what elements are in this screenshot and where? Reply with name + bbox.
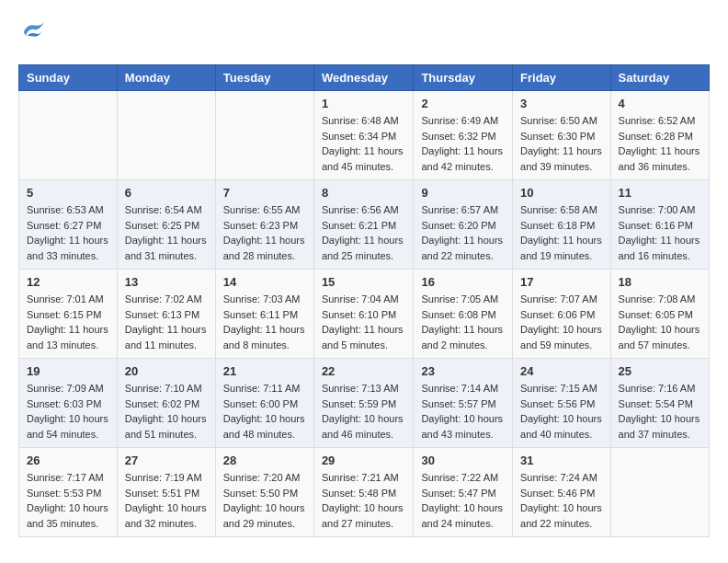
day-info: Sunrise: 7:08 AMSunset: 6:05 PMDaylight:…: [619, 292, 701, 352]
calendar-cell: 5Sunrise: 6:53 AMSunset: 6:27 PMDaylight…: [19, 180, 118, 270]
day-info: Sunrise: 6:54 AMSunset: 6:25 PMDaylight:…: [125, 202, 208, 263]
day-info: Sunrise: 7:24 AMSunset: 5:46 PMDaylight:…: [520, 470, 603, 531]
calendar-cell: 28Sunrise: 7:20 AMSunset: 5:50 PMDayligh…: [215, 448, 313, 537]
day-number: 7: [223, 186, 306, 200]
calendar-cell: 29Sunrise: 7:21 AMSunset: 5:48 PMDayligh…: [313, 448, 414, 537]
calendar-cell: [19, 91, 118, 180]
day-number: 4: [619, 97, 701, 110]
day-info: Sunrise: 7:14 AMSunset: 5:57 PMDaylight:…: [421, 381, 505, 442]
day-info: Sunrise: 7:03 AMSunset: 6:11 PMDaylight:…: [223, 292, 306, 352]
calendar-cell: 7Sunrise: 6:55 AMSunset: 6:23 PMDaylight…: [215, 180, 313, 270]
logo: [18, 18, 51, 50]
calendar-cell: 9Sunrise: 6:57 AMSunset: 6:20 PMDaylight…: [414, 180, 513, 270]
day-number: 18: [619, 275, 701, 289]
calendar-cell: 26Sunrise: 7:17 AMSunset: 5:53 PMDayligh…: [19, 448, 118, 537]
weekday-header-friday: Friday: [513, 65, 611, 91]
day-number: 19: [27, 364, 109, 378]
calendar-week-row: 12Sunrise: 7:01 AMSunset: 6:15 PMDayligh…: [19, 270, 710, 359]
day-number: 12: [27, 275, 109, 289]
calendar-cell: 17Sunrise: 7:07 AMSunset: 6:06 PMDayligh…: [513, 270, 611, 359]
day-info: Sunrise: 7:00 AMSunset: 6:16 PMDaylight:…: [619, 202, 701, 263]
day-number: 11: [619, 186, 701, 200]
day-info: Sunrise: 6:48 AMSunset: 6:34 PMDaylight:…: [322, 113, 406, 174]
day-info: Sunrise: 6:56 AMSunset: 6:21 PMDaylight:…: [322, 202, 406, 263]
calendar-week-row: 26Sunrise: 7:17 AMSunset: 5:53 PMDayligh…: [19, 448, 710, 537]
weekday-header-sunday: Sunday: [19, 65, 118, 91]
calendar-cell: 3Sunrise: 6:50 AMSunset: 6:30 PMDaylight…: [513, 91, 611, 180]
calendar-cell: 4Sunrise: 6:52 AMSunset: 6:28 PMDaylight…: [610, 91, 709, 180]
day-info: Sunrise: 6:52 AMSunset: 6:28 PMDaylight:…: [619, 113, 701, 174]
day-number: 6: [125, 186, 208, 200]
day-info: Sunrise: 7:09 AMSunset: 6:03 PMDaylight:…: [27, 381, 109, 442]
day-number: 14: [223, 275, 306, 289]
calendar-week-row: 5Sunrise: 6:53 AMSunset: 6:27 PMDaylight…: [19, 180, 710, 270]
day-number: 26: [27, 454, 109, 467]
calendar-cell: [215, 91, 313, 180]
calendar-cell: [117, 91, 215, 180]
calendar-cell: 14Sunrise: 7:03 AMSunset: 6:11 PMDayligh…: [215, 270, 313, 359]
day-info: Sunrise: 7:17 AMSunset: 5:53 PMDaylight:…: [27, 470, 109, 531]
day-number: 30: [421, 454, 505, 467]
day-number: 23: [421, 364, 505, 378]
weekday-header-saturday: Saturday: [610, 65, 709, 91]
day-number: 20: [125, 364, 208, 378]
day-info: Sunrise: 6:53 AMSunset: 6:27 PMDaylight:…: [27, 202, 109, 263]
day-number: 27: [125, 454, 208, 467]
weekday-header-monday: Monday: [117, 65, 215, 91]
day-number: 28: [223, 454, 306, 467]
day-info: Sunrise: 7:02 AMSunset: 6:13 PMDaylight:…: [125, 292, 208, 352]
calendar-cell: 12Sunrise: 7:01 AMSunset: 6:15 PMDayligh…: [19, 270, 118, 359]
day-info: Sunrise: 7:15 AMSunset: 5:56 PMDaylight:…: [520, 381, 603, 442]
day-number: 29: [322, 454, 406, 467]
day-info: Sunrise: 7:16 AMSunset: 5:54 PMDaylight:…: [619, 381, 701, 442]
day-number: 31: [520, 454, 603, 467]
day-number: 10: [520, 186, 603, 200]
day-number: 24: [520, 364, 603, 378]
day-info: Sunrise: 7:11 AMSunset: 6:00 PMDaylight:…: [223, 381, 306, 442]
calendar-cell: 16Sunrise: 7:05 AMSunset: 6:08 PMDayligh…: [414, 270, 513, 359]
calendar-cell: 22Sunrise: 7:13 AMSunset: 5:59 PMDayligh…: [313, 359, 414, 448]
day-info: Sunrise: 6:49 AMSunset: 6:32 PMDaylight:…: [421, 113, 505, 174]
page-header: [18, 18, 710, 50]
calendar-cell: [610, 448, 709, 537]
calendar-cell: 21Sunrise: 7:11 AMSunset: 6:00 PMDayligh…: [215, 359, 313, 448]
day-info: Sunrise: 7:01 AMSunset: 6:15 PMDaylight:…: [27, 292, 109, 352]
calendar-cell: 6Sunrise: 6:54 AMSunset: 6:25 PMDaylight…: [117, 180, 215, 270]
day-info: Sunrise: 7:21 AMSunset: 5:48 PMDaylight:…: [322, 470, 406, 531]
calendar-cell: 31Sunrise: 7:24 AMSunset: 5:46 PMDayligh…: [513, 448, 611, 537]
day-info: Sunrise: 7:07 AMSunset: 6:06 PMDaylight:…: [520, 292, 603, 352]
calendar-cell: 20Sunrise: 7:10 AMSunset: 6:02 PMDayligh…: [117, 359, 215, 448]
day-info: Sunrise: 7:19 AMSunset: 5:51 PMDaylight:…: [125, 470, 208, 531]
weekday-header-thursday: Thursday: [414, 65, 513, 91]
calendar-cell: 18Sunrise: 7:08 AMSunset: 6:05 PMDayligh…: [610, 270, 709, 359]
calendar-cell: 11Sunrise: 7:00 AMSunset: 6:16 PMDayligh…: [610, 180, 709, 270]
day-number: 1: [322, 97, 406, 110]
day-number: 13: [125, 275, 208, 289]
calendar-header-row: SundayMondayTuesdayWednesdayThursdayFrid…: [19, 65, 710, 91]
calendar-cell: 10Sunrise: 6:58 AMSunset: 6:18 PMDayligh…: [513, 180, 611, 270]
calendar-cell: 13Sunrise: 7:02 AMSunset: 6:13 PMDayligh…: [117, 270, 215, 359]
calendar-cell: 24Sunrise: 7:15 AMSunset: 5:56 PMDayligh…: [513, 359, 611, 448]
day-info: Sunrise: 6:57 AMSunset: 6:20 PMDaylight:…: [421, 202, 505, 263]
weekday-header-tuesday: Tuesday: [215, 65, 313, 91]
calendar-week-row: 19Sunrise: 7:09 AMSunset: 6:03 PMDayligh…: [19, 359, 710, 448]
logo-icon: [20, 18, 48, 46]
day-info: Sunrise: 7:22 AMSunset: 5:47 PMDaylight:…: [421, 470, 505, 531]
calendar-week-row: 1Sunrise: 6:48 AMSunset: 6:34 PMDaylight…: [19, 91, 710, 180]
day-info: Sunrise: 7:04 AMSunset: 6:10 PMDaylight:…: [322, 292, 406, 352]
calendar-table: SundayMondayTuesdayWednesdayThursdayFrid…: [18, 64, 710, 537]
calendar-cell: 23Sunrise: 7:14 AMSunset: 5:57 PMDayligh…: [414, 359, 513, 448]
calendar-cell: 1Sunrise: 6:48 AMSunset: 6:34 PMDaylight…: [313, 91, 414, 180]
day-number: 16: [421, 275, 505, 289]
calendar-cell: 30Sunrise: 7:22 AMSunset: 5:47 PMDayligh…: [414, 448, 513, 537]
day-number: 25: [619, 364, 701, 378]
day-number: 8: [322, 186, 406, 200]
calendar-cell: 19Sunrise: 7:09 AMSunset: 6:03 PMDayligh…: [19, 359, 118, 448]
calendar-cell: 8Sunrise: 6:56 AMSunset: 6:21 PMDaylight…: [313, 180, 414, 270]
day-number: 21: [223, 364, 306, 378]
day-info: Sunrise: 7:05 AMSunset: 6:08 PMDaylight:…: [421, 292, 505, 352]
calendar-cell: 15Sunrise: 7:04 AMSunset: 6:10 PMDayligh…: [313, 270, 414, 359]
day-info: Sunrise: 6:50 AMSunset: 6:30 PMDaylight:…: [520, 113, 603, 174]
calendar-cell: 27Sunrise: 7:19 AMSunset: 5:51 PMDayligh…: [117, 448, 215, 537]
day-number: 9: [421, 186, 505, 200]
